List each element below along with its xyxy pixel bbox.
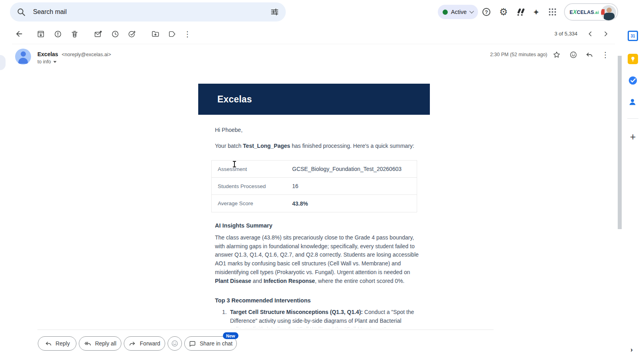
help-button[interactable]: ? (481, 7, 492, 17)
older-email-button[interactable] (601, 29, 611, 39)
content-fade (198, 323, 430, 329)
emoji-reaction-button[interactable] (569, 50, 578, 59)
sender-name: Excelas (37, 51, 58, 57)
label-icon[interactable] (167, 29, 177, 39)
add-reaction-button[interactable] (168, 336, 182, 351)
recipient-label: to info (37, 59, 51, 65)
table-row: Assessment GCSE_Biology_Foundation_Test_… (212, 161, 417, 178)
chat-icon (189, 340, 196, 347)
list-number: 1. (222, 308, 227, 317)
forward-label: Forward (140, 340, 160, 347)
delete-icon[interactable] (70, 29, 79, 39)
mark-unread-icon[interactable] (93, 29, 103, 39)
panel-divider (627, 118, 638, 119)
chevron-down-icon (469, 9, 474, 13)
banner-title: Excelas (217, 94, 252, 105)
more-options-icon[interactable]: ⋮ (183, 29, 192, 39)
new-badge: New (223, 332, 238, 339)
gemini-sparkle-icon: ✦ (533, 8, 540, 16)
active-status-dot (443, 10, 448, 15)
status-selector[interactable]: Active (438, 5, 478, 19)
row-label: Assessment (212, 166, 292, 172)
panel-collapse-icon[interactable]: › (630, 346, 633, 354)
email-body: Excelas Hi Phoebe, Your batch Test_Long_… (198, 72, 430, 329)
summary-table: Assessment GCSE_Biology_Foundation_Test_… (211, 160, 417, 212)
settings-button[interactable]: ⚙ (498, 7, 509, 17)
reply-icon (45, 340, 52, 347)
brand-logo: EXCELAS.ai (570, 9, 599, 15)
side-panel: 31 + › (622, 25, 644, 361)
snooze-icon[interactable] (110, 29, 120, 39)
reply-button[interactable]: Reply (38, 336, 76, 351)
status-label: Active (451, 9, 467, 15)
reply-button-icon[interactable] (585, 50, 593, 59)
reply-label: Reply (56, 340, 70, 347)
calendar-icon[interactable]: 31 (628, 31, 638, 41)
reply-all-label: Reply all (95, 340, 117, 347)
insights-paragraph: The class average (43.8%) sits precariou… (215, 233, 420, 285)
table-row: Students Processed 16 (212, 178, 417, 195)
plus-icon: + (630, 132, 636, 142)
gear-icon: ⚙ (499, 7, 508, 17)
star-button[interactable] (552, 50, 561, 59)
add-to-tasks-icon[interactable] (127, 29, 137, 39)
apps-grid-icon (549, 8, 556, 16)
intro-line: Your batch Test_Long_Pages has finished … (215, 143, 422, 149)
sender-avatar[interactable] (15, 49, 31, 65)
top-bar: Search mail Active ? ⚙ ✦ EXCELAS. (0, 0, 644, 24)
toolbar-divider (12, 44, 615, 44)
move-to-icon[interactable] (150, 29, 160, 39)
profile-avatar[interactable] (601, 5, 616, 20)
keep-icon[interactable] (628, 54, 638, 64)
row-value: 16 (292, 183, 299, 189)
google-apps-button[interactable] (547, 7, 558, 17)
brand-text: E (570, 10, 573, 15)
contacts-icon[interactable] (628, 97, 638, 108)
row-value: GCSE_Biology_Foundation_Test_20260603 (292, 166, 402, 172)
details-dropdown-icon (53, 61, 57, 63)
sender-line: Excelas <noreply@excelas.ai> (37, 51, 111, 57)
forward-icon (129, 340, 136, 347)
search-icon[interactable] (16, 7, 26, 17)
extension-button[interactable] (516, 7, 526, 17)
email-banner: Excelas (198, 84, 430, 115)
insights-heading: AI Insights Summary (215, 222, 272, 229)
newer-email-button[interactable] (585, 29, 595, 39)
row-label: Average Score (212, 200, 292, 206)
share-in-chat-label: Share in chat (200, 340, 233, 347)
footer-divider (37, 330, 494, 330)
report-spam-icon[interactable] (53, 29, 62, 39)
forward-button[interactable]: Forward (124, 336, 165, 351)
row-value: 43.8% (292, 200, 308, 207)
pagination-count: 3 of 5,334 (554, 31, 578, 37)
email-toolbar: ⋮ 3 of 5,334 (0, 25, 613, 43)
archive-icon[interactable] (36, 29, 45, 39)
email-header: Excelas <noreply@excelas.ai> to info 2:3… (0, 46, 613, 71)
extension-icon (517, 8, 525, 16)
get-addons-button[interactable]: + (628, 131, 638, 142)
reply-all-button[interactable]: Reply all (79, 336, 121, 351)
reply-all-icon (84, 340, 92, 347)
interventions-heading: Top 3 Recommended Interventions (215, 297, 311, 304)
text-cursor (232, 161, 236, 167)
row-label: Students Processed (212, 183, 292, 189)
greeting: Hi Phoebe, (215, 127, 242, 133)
search-input[interactable]: Search mail (33, 8, 270, 16)
table-row: Average Score 43.8% (212, 195, 417, 212)
help-icon: ? (482, 8, 490, 16)
sender-address: <noreply@excelas.ai> (62, 52, 111, 57)
gemini-button[interactable]: ✦ (531, 7, 541, 17)
recipient-toggle[interactable]: to info (37, 59, 57, 65)
search-bar[interactable]: Search mail (10, 2, 286, 22)
profile-button[interactable]: EXCELAS.ai (564, 3, 618, 21)
gmail-app: { "topbar": { "search_placeholder": "Sea… (0, 0, 644, 361)
message-more-icon[interactable]: ⋮ (601, 50, 610, 59)
tasks-icon[interactable] (628, 75, 638, 86)
back-button[interactable] (14, 29, 24, 39)
emoji-icon (171, 339, 179, 347)
email-timestamp: 2:30 PM (52 minutes ago) (454, 52, 547, 57)
search-options-icon[interactable] (270, 7, 279, 17)
